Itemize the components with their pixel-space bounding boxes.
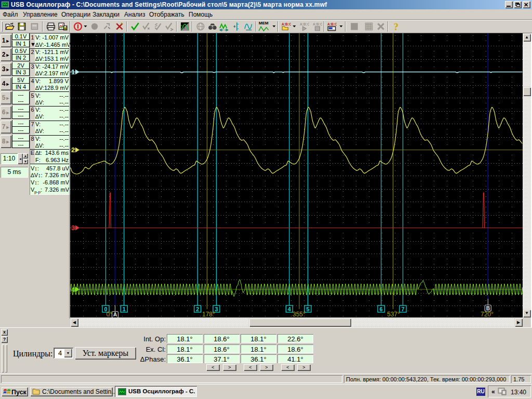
svg-text:7: 7 [401,306,404,312]
svg-text:A:B:C: A:B:C [313,22,322,26]
svg-text:2: 2 [71,146,75,154]
svg-text:1: 1 [123,306,126,312]
svg-text:4: 4 [288,306,291,312]
svg-text:4: 4 [71,286,75,294]
svg-text:A:B:C: A:B:C [327,22,337,26]
svg-text:B: B [486,305,490,311]
svg-text:720°: 720° [481,311,494,317]
svg-text:A: A [113,312,117,317]
svg-text:178°: 178° [202,311,215,317]
svg-text:3: 3 [71,224,75,232]
svg-text:?: ? [393,22,398,31]
svg-text:A:B:C: A:B:C [282,22,291,26]
svg-text:355°: 355° [292,311,305,317]
svg-text:5: 5 [306,306,309,312]
svg-text:A:B:C: A:B:C [300,22,309,26]
svg-text:537°: 537° [387,311,400,317]
svg-text:6: 6 [380,306,383,312]
svg-text:1: 1 [71,68,75,76]
svg-text:0°: 0° [107,311,113,317]
svg-text:3: 3 [215,306,218,312]
svg-text:2: 2 [196,306,199,312]
